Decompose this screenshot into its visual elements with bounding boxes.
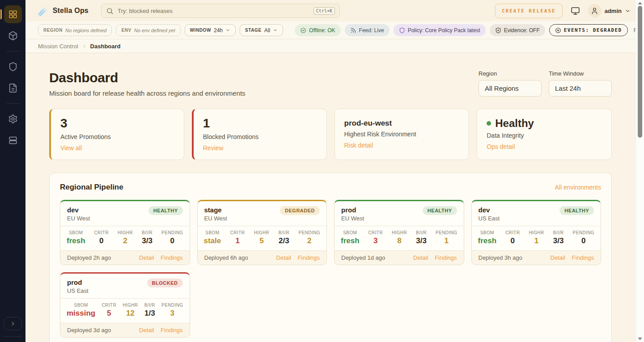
time-window-select-label: Time Window (549, 70, 612, 77)
stat-card-data-integrity: Healthy Data Integrity Ops detail (477, 109, 612, 160)
region-select[interactable]: All Regions (479, 80, 542, 97)
env-name: stage (204, 206, 227, 214)
rss-icon (350, 27, 356, 34)
env-card-stage-eu-west: stage EU West DEGRADED SBOMstale CRITR1 … (197, 200, 327, 265)
findings-link[interactable]: Findings (298, 254, 320, 261)
stats-row: 3 Active Promotions View all 1 Blocked P… (49, 109, 612, 160)
sidebar-item-settings[interactable] (4, 110, 22, 128)
events-status-pill: EVENTS: DEGRADED (549, 24, 628, 36)
region-filter-chip[interactable]: REGION No regions defined (38, 24, 112, 36)
findings-link[interactable]: Findings (161, 327, 182, 334)
status-badge: HEALTHY (423, 206, 457, 215)
risk-detail-link[interactable]: Risk detail (344, 142, 373, 149)
metric-label: HIGHR (392, 230, 407, 235)
header-actions: CREATE RELEASE admin (495, 4, 631, 18)
metric-label: CRITR (94, 230, 109, 235)
status-text: Evidence: OFF (504, 27, 540, 34)
display-monitor-icon[interactable] (571, 6, 580, 16)
comet-logo-icon: ☄️ (38, 6, 49, 16)
keyboard-shortcut-badge: Ctrl+K (314, 7, 335, 15)
status-badge: HEALTHY (559, 206, 594, 215)
chip-label: STAGE (245, 28, 262, 33)
findings-link[interactable]: Findings (435, 254, 457, 261)
env-card-dev-us-east: dev US East HEALTHY SBOMfresh CRITR0 HIG… (471, 200, 602, 265)
metric-label: PENDING (573, 230, 594, 235)
global-search[interactable]: Ctrl+K (101, 4, 340, 18)
search-input[interactable] (118, 8, 309, 14)
metric-value-pending: 0 (161, 236, 183, 245)
offline-status-pill: Offline: OK (295, 24, 340, 36)
metric-value-highr: 8 (392, 236, 407, 245)
sidebar-item-documents[interactable] (4, 79, 22, 97)
metric-value-sbom: fresh (67, 236, 85, 245)
chevron-down-icon (225, 28, 230, 33)
findings-link[interactable]: Findings (161, 254, 182, 261)
window-filter-chip[interactable]: WINDOW 24h (185, 24, 236, 36)
metric-value-pending: 3 (161, 309, 183, 318)
sidebar-item-infrastructure[interactable] (4, 131, 22, 149)
view-all-link[interactable]: View all (60, 144, 82, 152)
page-content: Dashboard Mission board for release heal… (25, 53, 644, 342)
stat-label: Data Integrity (487, 132, 602, 139)
metric-value-highr: 5 (254, 236, 269, 245)
sidebar-expand-button[interactable] (4, 317, 22, 330)
shield-x-icon (495, 27, 501, 34)
metric-value-critr: 0 (505, 236, 520, 245)
findings-link[interactable]: Findings (572, 254, 594, 261)
env-name: prod (67, 279, 89, 286)
detail-link[interactable]: Detail (139, 254, 154, 261)
breadcrumb: Mission Control Dashboard (25, 39, 644, 53)
metric-label: CRITR (505, 230, 520, 235)
stat-label: Active Promotions (60, 133, 174, 140)
top-header: ☄️ Stella Ops Ctrl+K CREATE RELEASE admi… (25, 0, 644, 21)
sidebar-divider (6, 51, 20, 51)
time-window-select[interactable]: Last 24h (549, 80, 612, 97)
scroll-up-arrow[interactable] (638, 2, 642, 4)
metric-label: PENDING (161, 303, 183, 308)
env-region: EU West (204, 215, 227, 222)
detail-link[interactable]: Detail (551, 254, 565, 261)
region-select-value: All Regions (485, 84, 519, 92)
sidebar-item-releases[interactable] (4, 27, 22, 45)
ops-detail-link[interactable]: Ops detail (487, 143, 515, 150)
status-badge: DEGRADED (280, 206, 320, 215)
document-icon (8, 83, 18, 93)
chevron-down-icon (273, 28, 278, 33)
status-text: Offline: OK (309, 27, 335, 34)
detail-link[interactable]: Detail (139, 327, 154, 334)
metric-value-sbom: fresh (478, 236, 497, 245)
metric-label: HIGHR (118, 230, 133, 235)
deployed-timestamp: Deployed 1d ago (341, 254, 385, 261)
env-name: dev (479, 206, 500, 214)
detail-link[interactable]: Detail (413, 254, 428, 261)
chip-label: WINDOW (190, 28, 211, 33)
env-name: prod (341, 206, 364, 214)
metric-value-sbom: missing (67, 309, 95, 318)
scroll-down-arrow[interactable] (638, 338, 642, 340)
sidebar-item-dashboard[interactable] (4, 5, 22, 23)
breadcrumb-mission-control[interactable]: Mission Control (38, 43, 78, 50)
sidebar-item-security[interactable] (4, 58, 22, 76)
scrollbar-thumb[interactable] (638, 6, 642, 138)
page-subtitle: Mission board for release health across … (49, 89, 246, 97)
create-release-button[interactable]: CREATE RELEASE (495, 4, 563, 18)
status-text: EVENTS: DEGRADED (564, 27, 622, 33)
metric-label: CRITR (102, 303, 116, 308)
review-link[interactable]: Review (203, 144, 224, 152)
vertical-scrollbar[interactable] (636, 0, 644, 342)
metric-value-bir: 3/3 (553, 236, 564, 245)
metric-value-critr: 5 (102, 309, 116, 318)
metric-value-bir: 3/3 (416, 236, 427, 245)
sidebar-divider (6, 103, 20, 104)
shield-icon (399, 27, 405, 34)
stage-filter-chip[interactable]: STAGE All (240, 24, 283, 36)
env-card-prod-eu-west: prod EU West HEALTHY SBOMfresh CRITR3 HI… (334, 200, 464, 265)
all-environments-link[interactable]: All environments (555, 184, 602, 191)
region-select-label: Region (479, 70, 542, 77)
metric-label: SBOM (204, 230, 221, 235)
detail-link[interactable]: Detail (276, 254, 291, 261)
env-card-prod-us-east: prod US East BLOCKED SBOMmissing CRITR5 … (60, 272, 190, 338)
env-filter-chip[interactable]: ENV No env defined yet (116, 24, 180, 36)
metric-label: B/I/R (279, 230, 289, 235)
user-menu[interactable]: admin (588, 4, 631, 17)
